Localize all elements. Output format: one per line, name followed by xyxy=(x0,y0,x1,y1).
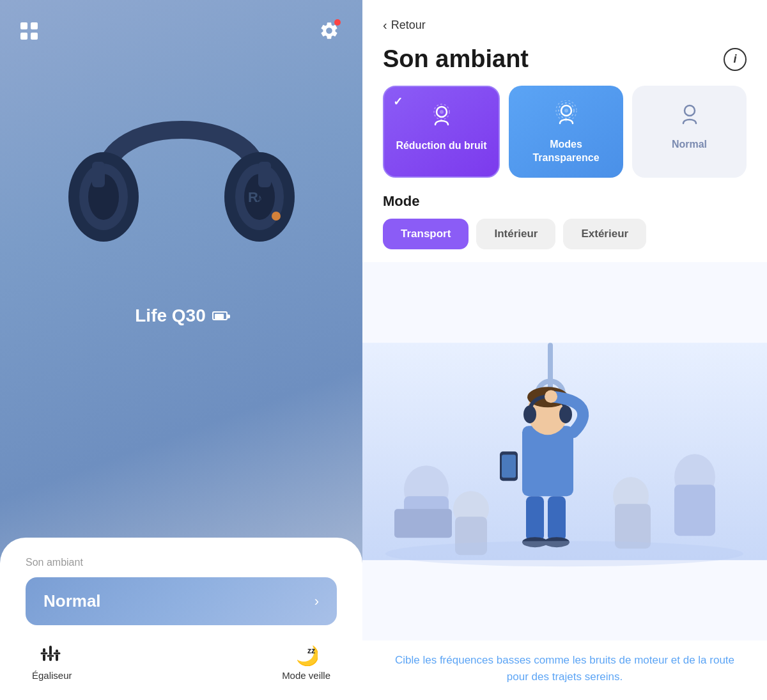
reduction-icon xyxy=(426,100,458,132)
left-bottom-panel: Son ambiant Normal › Égaliseur xyxy=(0,538,362,700)
sub-mode-title: Mode xyxy=(383,193,747,210)
svg-rect-47 xyxy=(394,509,452,538)
transport-button[interactable]: Transport xyxy=(383,219,469,249)
back-chevron-icon: ‹ xyxy=(383,18,387,33)
svg-rect-41 xyxy=(526,496,544,541)
mode-cards: ✓ Réduction du bruit xyxy=(362,86,767,193)
mode-card-normal[interactable]: Normal xyxy=(632,86,747,178)
illustration-area: Cible les fréquences basses comme les br… xyxy=(362,262,767,700)
info-button[interactable]: i xyxy=(724,48,747,71)
svg-rect-9 xyxy=(258,162,271,187)
sub-mode-section: Mode Transport Intérieur Extérieur xyxy=(362,193,767,262)
arrow-right-icon: › xyxy=(314,593,319,610)
transparency-icon xyxy=(550,98,582,130)
equalizer-label: Égaliseur xyxy=(32,670,72,681)
page-header: Son ambiant i xyxy=(362,39,767,86)
sleep-mode-item[interactable]: 🌙 zz Mode veille xyxy=(282,643,330,681)
back-button[interactable]: ‹ Retour xyxy=(362,0,767,39)
left-panel: R ♪ Life Q30 Son ambiant Normal › xyxy=(0,0,362,700)
check-icon: ✓ xyxy=(393,95,403,109)
svg-point-29 xyxy=(685,105,695,116)
settings-button[interactable] xyxy=(316,18,342,43)
svg-point-38 xyxy=(545,390,557,403)
equalizer-item[interactable]: Égaliseur xyxy=(32,643,72,681)
svg-rect-15 xyxy=(56,649,58,661)
svg-point-36 xyxy=(523,405,536,423)
headphone-image: R ♪ xyxy=(60,63,303,293)
description-text: Cible les fréquences basses comme les br… xyxy=(362,641,767,700)
grid-icon[interactable] xyxy=(20,22,38,40)
normal-card-label: Normal xyxy=(672,138,707,152)
right-panel: ‹ Retour Son ambiant i ✓ Réduction du br… xyxy=(362,0,767,700)
transport-illustration xyxy=(362,262,767,641)
svg-text:♪: ♪ xyxy=(256,192,262,205)
normal-button[interactable]: Normal › xyxy=(26,577,337,625)
equalizer-icon xyxy=(40,643,63,666)
svg-point-37 xyxy=(559,405,572,423)
sleep-icon: 🌙 zz xyxy=(295,643,318,666)
svg-rect-8 xyxy=(92,162,105,187)
page-title: Son ambiant xyxy=(383,45,529,73)
transparency-label: Modes Transparence xyxy=(518,138,614,165)
normal-icon xyxy=(674,98,706,130)
svg-rect-42 xyxy=(548,496,566,541)
svg-point-7 xyxy=(272,212,281,221)
normal-button-text: Normal xyxy=(43,591,101,611)
reduction-label: Réduction du bruit xyxy=(396,139,486,153)
svg-rect-40 xyxy=(502,455,516,478)
svg-rect-33 xyxy=(522,426,573,496)
svg-point-23 xyxy=(440,110,444,114)
mode-card-reduction[interactable]: ✓ Réduction du bruit xyxy=(383,86,500,178)
interior-button[interactable]: Intérieur xyxy=(476,219,555,249)
notification-dot xyxy=(334,19,341,26)
sleep-label: Mode veille xyxy=(282,670,330,681)
top-bar xyxy=(0,0,362,43)
svg-rect-31 xyxy=(548,343,553,394)
mode-card-transparency[interactable]: Modes Transparence xyxy=(509,86,623,178)
battery-icon xyxy=(212,311,228,320)
device-name: Life Q30 xyxy=(135,306,227,326)
svg-point-26 xyxy=(564,109,568,113)
svg-text:zz: zz xyxy=(307,646,315,655)
exterior-button[interactable]: Extérieur xyxy=(563,219,646,249)
back-label: Retour xyxy=(391,19,426,32)
headphone-svg: R ♪ xyxy=(60,63,303,293)
sub-mode-buttons: Transport Intérieur Extérieur xyxy=(383,219,747,249)
svg-rect-49 xyxy=(674,485,715,536)
svg-rect-13 xyxy=(49,646,52,661)
bottom-icons: Égaliseur 🌙 zz Mode veille xyxy=(26,643,337,681)
svg-point-54 xyxy=(385,541,743,566)
device-name-text: Life Q30 xyxy=(135,306,205,326)
son-ambiant-label: Son ambiant xyxy=(26,557,337,568)
